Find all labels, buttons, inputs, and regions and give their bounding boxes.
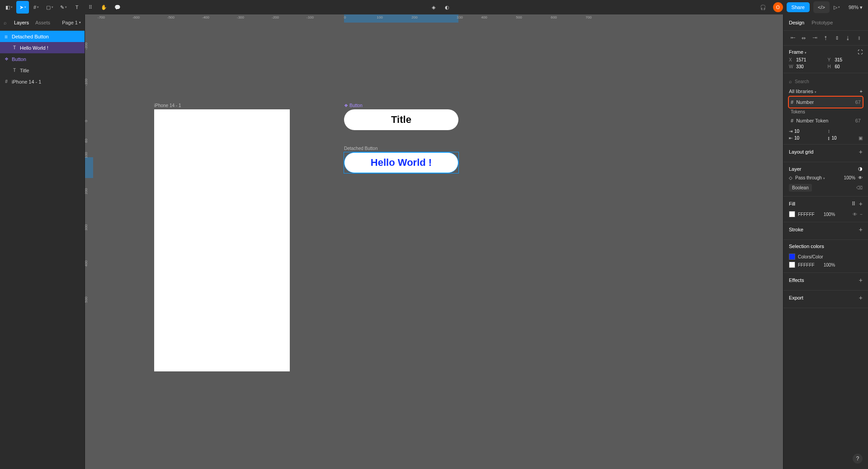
comment-icon: 💬	[114, 5, 121, 10]
search-icon: ⌕	[789, 79, 792, 84]
opacity-input[interactable]: 100%	[844, 175, 855, 180]
layer-settings-icon[interactable]: ◑	[858, 166, 863, 172]
variables-button[interactable]: ◈	[427, 1, 440, 14]
resources-tool-button[interactable]: ⠿	[84, 1, 97, 14]
library-item-number-token[interactable]: #Number Token 67	[789, 115, 863, 126]
selection-color-row-1[interactable]: Colors/Color	[789, 253, 863, 261]
layer-title-text[interactable]: T Title	[0, 65, 85, 76]
canvas-area[interactable]: -700 -600 -500 -400 -300 -200 -100 0 100…	[85, 14, 783, 469]
layer-iphone-frame[interactable]: # iPhone 14 - 1	[0, 76, 85, 87]
theme-toggle-button[interactable]: ◐	[441, 1, 453, 14]
export-section: Export+	[783, 291, 868, 308]
align-left-icon[interactable]: ⭰	[789, 34, 796, 42]
align-top-icon[interactable]: ⭱	[822, 34, 830, 42]
break-icon[interactable]: ⌫	[856, 185, 863, 190]
zoom-control[interactable]: 98% ▾	[849, 5, 865, 10]
canvas[interactable]: iPhone 14 - 1 ❖Button Title Detached But…	[93, 23, 783, 469]
add-fill-button[interactable]: +	[859, 200, 863, 207]
horizontal-ruler: -700 -600 -500 -400 -300 -200 -100 0 100…	[93, 14, 783, 23]
spacing-mode[interactable]: ⫶	[828, 129, 863, 134]
button-component[interactable]: Title	[344, 109, 458, 130]
figma-logo-icon: ◧	[5, 5, 10, 10]
audio-button[interactable]: 🎧	[757, 1, 769, 14]
library-search-input[interactable]	[795, 79, 863, 84]
shape-tool-button[interactable]: ▢▾	[43, 1, 56, 14]
hand-tool-button[interactable]: ✋	[98, 1, 110, 14]
layer-detached-button[interactable]: ⫼ Detached Button	[0, 31, 85, 42]
text-tool-button[interactable]: T	[71, 1, 83, 14]
tab-layers[interactable]: Layers	[14, 20, 29, 25]
add-export-button[interactable]: +	[859, 294, 863, 301]
search-icon[interactable]: ⌕	[4, 20, 7, 25]
main-menu-button[interactable]: ◧▾	[3, 1, 15, 14]
distribute-icon[interactable]: ⫴	[855, 34, 863, 42]
align-right-icon[interactable]: ⭲	[811, 34, 818, 42]
h-input[interactable]: H60	[828, 64, 863, 69]
text-icon: T	[12, 45, 17, 51]
tab-design[interactable]: Design	[789, 20, 804, 25]
detached-button-label[interactable]: Detached Button	[344, 146, 378, 151]
padding-v-input[interactable]: ⇤10	[789, 136, 824, 141]
tab-assets[interactable]: Assets	[35, 20, 50, 25]
frame-tool-button[interactable]: #▾	[30, 1, 42, 14]
help-button[interactable]: ?	[853, 454, 863, 464]
gap-icon: ⫿	[828, 136, 830, 141]
boolean-badge[interactable]: Boolean	[789, 184, 812, 192]
share-button[interactable]: Share	[787, 2, 810, 12]
all-libraries-dropdown[interactable]: All libraries ▾	[789, 89, 816, 94]
add-library-button[interactable]: +	[860, 89, 863, 94]
y-input[interactable]: Y315	[828, 57, 863, 62]
iphone-artboard[interactable]	[154, 109, 290, 371]
avatar-initial: O	[776, 5, 780, 10]
fill-swatch[interactable]	[789, 211, 795, 217]
page-selector[interactable]: Page 1▾	[62, 20, 81, 25]
tokens-group-label: Tokens	[789, 108, 863, 115]
diamond-grid-icon: ◈	[432, 5, 435, 10]
x-input[interactable]: X1571	[789, 57, 824, 62]
detached-button[interactable]: Hello World !	[344, 152, 458, 173]
tab-prototype[interactable]: Prototype	[811, 20, 833, 25]
color-swatch[interactable]	[789, 253, 795, 260]
resize-to-fit-icon[interactable]: ⛶	[858, 49, 863, 55]
remove-fill-button[interactable]: −	[860, 212, 863, 217]
library-item-number[interactable]: #Number 67	[789, 97, 863, 108]
w-input[interactable]: W330	[789, 64, 824, 69]
color-swatch[interactable]	[789, 262, 795, 268]
square-icon: ▢	[46, 5, 51, 10]
vertical-ruler: -200 -100 0 60 100 200 300 400 500	[85, 23, 93, 469]
pen-tool-button[interactable]: ✎▾	[57, 1, 70, 14]
comment-tool-button[interactable]: 💬	[111, 1, 124, 14]
component-icon: ❖	[4, 56, 9, 62]
library-search[interactable]: ⌕	[789, 77, 863, 86]
resources-icon: ⠿	[89, 5, 92, 10]
alignment-controls: ⭰ ⇔ ⭲ ⭱ ⇕ ⭳ ⫴	[783, 31, 868, 46]
selection-color-row-2[interactable]: FFFFFF 100%	[789, 261, 863, 269]
layer-hello-world-text[interactable]: T Hello World !	[0, 42, 85, 53]
layer-button-component[interactable]: ❖ Button	[0, 53, 85, 65]
user-avatar[interactable]: O	[773, 2, 783, 12]
individual-padding-icon[interactable]: ▣	[859, 136, 863, 141]
add-effect-button[interactable]: +	[859, 277, 863, 284]
left-panel-tabs: ⌕ Layers Assets Page 1▾	[0, 14, 85, 31]
present-button[interactable]: ▷▾	[830, 1, 843, 14]
libraries-popup: ⌕ All libraries ▾ + #Number 67 Tokens #N…	[783, 73, 868, 145]
gap-input[interactable]: ⫿10▣	[828, 136, 863, 141]
fill-row[interactable]: FFFFFF 100% 👁−	[789, 210, 863, 218]
add-stroke-button[interactable]: +	[859, 226, 863, 233]
text-icon: T	[12, 68, 17, 73]
add-layout-grid-button[interactable]: +	[859, 148, 863, 155]
visibility-icon[interactable]: 👁	[853, 212, 857, 217]
align-hcenter-icon[interactable]: ⇔	[800, 34, 807, 42]
blend-mode-dropdown[interactable]: Pass through ▾	[795, 175, 825, 180]
visibility-icon[interactable]: 👁	[858, 175, 863, 180]
dev-mode-button[interactable]: </>	[813, 1, 830, 13]
align-bottom-icon[interactable]: ⭳	[844, 34, 852, 42]
frame-dropdown[interactable]: Frame ▾	[789, 49, 807, 55]
button-component-label[interactable]: ❖Button	[344, 103, 363, 108]
align-vcenter-icon[interactable]: ⇕	[833, 34, 840, 42]
padding-h-input[interactable]: ⇥10	[789, 129, 824, 134]
layer-list: ⫼ Detached Button T Hello World ! ❖ Butt…	[0, 31, 85, 87]
styles-icon[interactable]: ⠿	[852, 200, 855, 207]
move-tool-button[interactable]: ➤▾	[16, 1, 29, 14]
iphone-frame-label[interactable]: iPhone 14 - 1	[154, 103, 181, 108]
